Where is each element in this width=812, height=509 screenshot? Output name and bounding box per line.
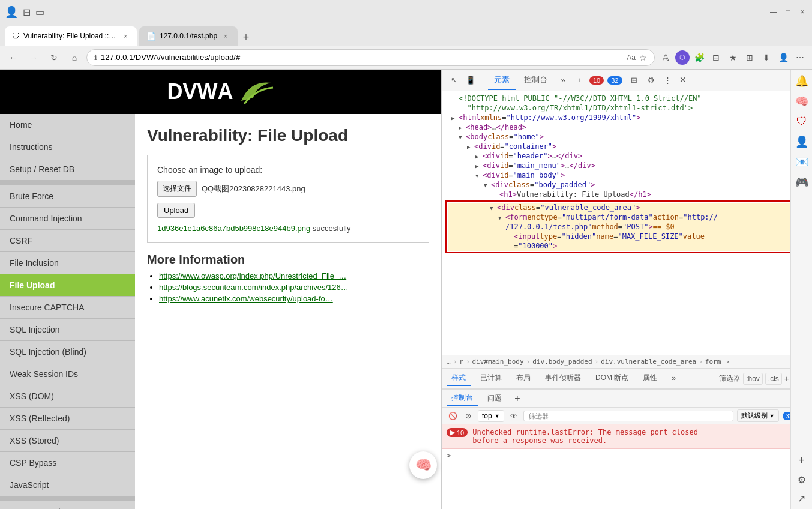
- close-window-button[interactable]: ×: [798, 7, 807, 17]
- console-prompt-line[interactable]: >: [442, 449, 812, 462]
- devtools-settings-icon[interactable]: ⚙: [644, 73, 658, 88]
- styles-tab-styles[interactable]: 样式: [447, 371, 471, 386]
- dom-triangle-body[interactable]: [459, 133, 466, 141]
- dom-triangle-menu[interactable]: [475, 161, 483, 170]
- minimize-button[interactable]: —: [769, 7, 778, 17]
- favorites-icon[interactable]: ★: [726, 50, 740, 65]
- sidebar-item-setup[interactable]: Setup / Reset DB: [0, 158, 135, 181]
- tab-file-upload[interactable]: 🛡 Vulnerability: File Upload :: Dam… ×: [5, 26, 137, 46]
- upload-button[interactable]: Upload: [157, 203, 195, 218]
- devtools-close-button[interactable]: ×: [680, 74, 687, 86]
- dom-line-main-menu[interactable]: <div id = "main_menu" > … </div>: [442, 161, 812, 170]
- more-link-3[interactable]: https://www.acunetix.com/websecurity/upl…: [159, 294, 333, 303]
- collections-icon[interactable]: ⊞: [742, 50, 757, 65]
- more-button[interactable]: ⋯: [793, 50, 807, 65]
- console-tab-console[interactable]: 控制台: [447, 391, 478, 406]
- sidebar-item-csp-bypass[interactable]: CSP Bypass: [0, 452, 135, 474]
- profile-icon[interactable]: ⬡: [675, 50, 690, 65]
- dom-line-doctype[interactable]: ▷ <!DOCTYPE html PUBLIC "-//W3C//DTD XHT…: [442, 94, 812, 103]
- home-button[interactable]: ⌂: [66, 49, 83, 66]
- devtools-more-tabs[interactable]: »: [556, 73, 570, 88]
- bc-arrow-right[interactable]: ›: [726, 358, 730, 366]
- sidebar-item-sql-injection-blind[interactable]: SQL Injection (Blind): [0, 341, 135, 363]
- sidebar-item-sql-injection[interactable]: SQL Injection: [0, 319, 135, 341]
- maximize-button[interactable]: □: [783, 7, 793, 17]
- dom-line-html[interactable]: <html xmlns = "http://www.w3.org/1999/xh…: [442, 113, 812, 122]
- dom-line-main-body[interactable]: <div id = "main_body" >: [442, 170, 812, 180]
- tab-test-php[interactable]: 📄 127.0.0.1/test.php ×: [139, 26, 238, 46]
- uploaded-file-link[interactable]: 1d936e1e1a6c86a7bd5b998c18e944b9.png: [157, 224, 310, 233]
- console-filter-input[interactable]: [523, 411, 733, 421]
- dom-triangle-header[interactable]: [475, 152, 483, 160]
- dom-triangle-form[interactable]: [498, 213, 505, 221]
- dom-vulnerable-area-highlight[interactable]: <div class = "vulnerable_code_area" > <f…: [445, 200, 812, 253]
- bc-more-icon[interactable]: …: [447, 358, 451, 366]
- new-tab-button[interactable]: +: [238, 29, 254, 46]
- bc-item-vulnerable[interactable]: div.vulnerable_code_area: [601, 358, 696, 366]
- console-clear-button[interactable]: 🚫: [447, 410, 459, 422]
- sidebar-item-brute-force[interactable]: Brute Force: [0, 185, 135, 208]
- dom-line-container[interactable]: <div id = "container" >: [442, 142, 812, 151]
- sidebar-add[interactable]: +: [798, 454, 805, 467]
- console-level-select[interactable]: 默认级别 ▼: [737, 409, 779, 422]
- devtools-device-icon[interactable]: 📱: [463, 73, 478, 88]
- devtools-add-tab[interactable]: +: [573, 73, 587, 88]
- sidebar-item-file-inclusion[interactable]: File Inclusion: [0, 252, 135, 274]
- dom-line-doctype2[interactable]: "http://www.w3.org/TR/xhtml1/DTD/xhtml1-…: [442, 103, 812, 113]
- console-tab-issues[interactable]: 问题: [483, 391, 507, 405]
- sidebar-item-instructions[interactable]: Instructions: [0, 136, 135, 158]
- devtools-more-options[interactable]: ⊞: [627, 73, 642, 88]
- back-button[interactable]: ←: [5, 49, 22, 66]
- tab-close-2[interactable]: ×: [221, 31, 230, 41]
- sidebar-item-home[interactable]: Home: [0, 114, 135, 136]
- styles-more-tabs[interactable]: »: [667, 372, 681, 385]
- dom-line-input2[interactable]: = "100000" >: [448, 241, 810, 251]
- dom-line-head[interactable]: <head> … </head>: [442, 122, 812, 132]
- bc-item-main-body[interactable]: div#main_body: [472, 358, 524, 366]
- sidebar-brain[interactable]: 🧠: [795, 95, 808, 108]
- sidebar-item-file-upload[interactable]: File Upload: [0, 274, 135, 297]
- dom-triangle-head[interactable]: [459, 123, 466, 131]
- choose-file-button[interactable]: 选择文件: [157, 181, 197, 197]
- sidebar-item-xss-dom[interactable]: XSS (DOM): [0, 385, 135, 408]
- sidebar-item-javascript[interactable]: JavaScript: [0, 474, 135, 496]
- dom-line-body-padded[interactable]: <div class = "body_padded" >: [442, 180, 812, 190]
- dom-line-header[interactable]: <div id = "header" > … </div>: [442, 151, 812, 161]
- address-bar[interactable]: ℹ 127.0.0.1/DVWA/vulnerabilities/upload/…: [86, 49, 655, 66]
- sidebar-item-xss-reflected[interactable]: XSS (Reflected): [0, 408, 135, 430]
- sidebar-outlook[interactable]: 📧: [795, 155, 808, 169]
- more-link-1[interactable]: https://www.owasp.org/index.php/Unrestri…: [159, 271, 346, 280]
- dom-triangle-main-body[interactable]: [475, 171, 483, 179]
- sidebar-notifications[interactable]: 🔔: [795, 74, 808, 88]
- ai-assistant-button[interactable]: 🧠: [409, 451, 437, 479]
- styles-tab-layout[interactable]: 布局: [511, 371, 535, 386]
- devtools-more-menu[interactable]: ⋮: [661, 73, 675, 88]
- dom-line-body[interactable]: <body class = "home" >: [442, 132, 812, 142]
- dom-line-form[interactable]: <form enctype = "multipart/form-data" ac…: [448, 212, 810, 222]
- bc-item-body-padded[interactable]: div.body_padded: [532, 358, 592, 366]
- tab-close-1[interactable]: ×: [121, 31, 130, 41]
- sidebar-person[interactable]: 👤: [795, 135, 808, 148]
- sidebar-item-insecure-captcha[interactable]: Insecure CAPTCHA: [0, 297, 135, 319]
- console-top-select[interactable]: top ▼: [478, 410, 504, 422]
- sidebar-item-weak-session-ids[interactable]: Weak Session IDs: [0, 363, 135, 385]
- bookmark-icon[interactable]: ☆: [639, 53, 647, 62]
- dom-line-form2[interactable]: /127.0.0.1/test.php" method = "POST" > =…: [448, 222, 810, 232]
- styles-tab-event[interactable]: 事件侦听器: [540, 371, 586, 386]
- more-link-2[interactable]: https://blogs.securiteam.com/index.php/a…: [159, 283, 349, 292]
- sidebar-item-command-injection[interactable]: Command Injection: [0, 208, 135, 230]
- bc-item-form[interactable]: form: [705, 358, 721, 366]
- devtools-inspect-icon[interactable]: ↖: [447, 73, 461, 88]
- styles-tab-properties[interactable]: 属性: [638, 371, 662, 386]
- forward-button[interactable]: →: [25, 49, 42, 66]
- dom-line-vulnerable[interactable]: <div class = "vulnerable_code_area" >: [448, 203, 810, 212]
- styles-tab-computed[interactable]: 已计算: [475, 371, 507, 386]
- sidebar-external[interactable]: ↗: [798, 493, 805, 504]
- dom-triangle-container[interactable]: [467, 142, 474, 151]
- sidebar-item-dvwa-security[interactable]: DVWA Security: [0, 501, 135, 509]
- extensions-icon[interactable]: 🧩: [692, 50, 706, 65]
- reader-icon[interactable]: 𝔸: [658, 50, 673, 65]
- sidebar-item-xss-stored[interactable]: XSS (Stored): [0, 430, 135, 452]
- read-mode-icon[interactable]: Aa: [627, 53, 636, 62]
- sidebar-shield[interactable]: 🛡: [796, 115, 807, 128]
